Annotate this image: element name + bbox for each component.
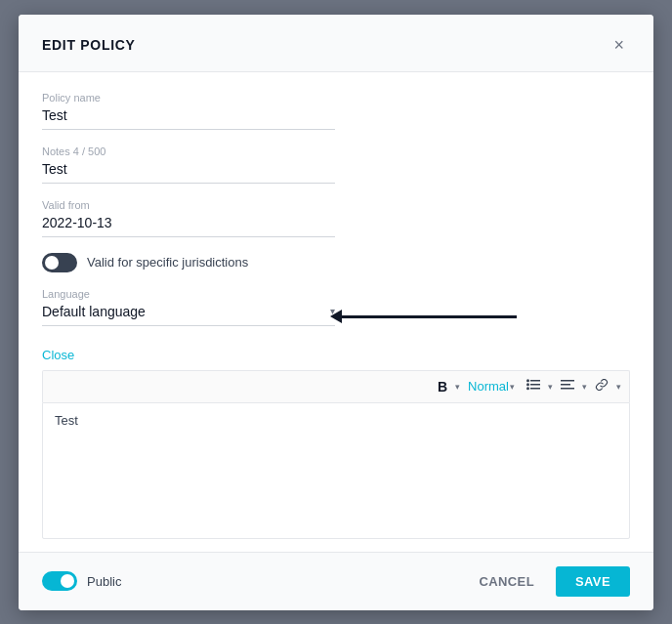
svg-point-3: [526, 379, 529, 382]
public-label: Public: [87, 574, 121, 589]
link-icon: [595, 379, 609, 391]
align-icon: [561, 379, 574, 391]
language-row: Default language ▾: [42, 304, 630, 330]
editor-content: Test: [55, 413, 78, 428]
link-chevron-icon: ▾: [616, 382, 621, 392]
public-toggle-row: Public: [42, 571, 121, 591]
list-chevron-icon: ▾: [548, 382, 553, 392]
jurisdiction-label: Valid for specific jurisdictions: [87, 255, 248, 270]
svg-point-5: [526, 387, 529, 390]
language-select[interactable]: Default language ▾: [42, 304, 335, 326]
normal-style-label: Normal: [468, 379, 509, 394]
bold-button[interactable]: B: [434, 377, 451, 396]
editor-toolbar: B ▾ Normal ▾ ▾: [42, 370, 630, 402]
close-button[interactable]: ×: [608, 34, 630, 56]
modal-title: EDIT POLICY: [42, 37, 136, 53]
language-label: Language: [42, 288, 630, 300]
notes-field: Notes 4 / 500 Test: [42, 146, 630, 184]
svg-rect-1: [530, 384, 540, 386]
language-field: Language Default language ▾: [42, 288, 630, 330]
svg-rect-6: [561, 380, 574, 382]
close-link[interactable]: Close: [42, 348, 74, 362]
public-toggle[interactable]: [42, 571, 77, 591]
jurisdiction-toggle[interactable]: [42, 253, 77, 272]
valid-from-label: Valid from: [42, 199, 630, 211]
text-style-dropdown[interactable]: Normal ▾: [464, 377, 519, 395]
policy-name-label: Policy name: [42, 92, 630, 104]
save-button[interactable]: SAVE: [556, 566, 630, 597]
list-button[interactable]: [523, 377, 544, 395]
modal-header: EDIT POLICY ×: [19, 15, 653, 72]
svg-point-4: [526, 383, 529, 386]
arrow-line: [341, 315, 517, 318]
modal-footer: Public CANCEL SAVE: [19, 552, 653, 610]
jurisdiction-toggle-row: Valid for specific jurisdictions: [42, 253, 630, 272]
svg-rect-2: [530, 388, 540, 390]
modal-overlay: EDIT POLICY × Policy name Test Notes 4 /…: [0, 0, 672, 624]
policy-name-value[interactable]: Test: [42, 107, 335, 130]
valid-from-field: Valid from 2022-10-13: [42, 199, 630, 237]
language-select-inner[interactable]: Default language ▾: [42, 304, 335, 326]
svg-rect-8: [561, 388, 574, 390]
align-button[interactable]: [557, 377, 578, 395]
footer-actions: CANCEL SAVE: [467, 566, 630, 597]
link-button[interactable]: [591, 377, 612, 395]
list-icon: [526, 379, 540, 391]
valid-from-value[interactable]: 2022-10-13: [42, 215, 335, 237]
svg-rect-0: [530, 380, 540, 382]
editor-area[interactable]: Test: [42, 402, 630, 539]
cancel-button[interactable]: CANCEL: [467, 566, 546, 597]
modal-body: Policy name Test Notes 4 / 500 Test Vali…: [19, 72, 653, 552]
bold-chevron-icon: ▾: [455, 382, 460, 392]
style-chevron-icon: ▾: [510, 382, 515, 392]
arrow-indicator: [330, 310, 517, 323]
align-chevron-icon: ▾: [582, 382, 587, 392]
policy-name-field: Policy name Test: [42, 92, 630, 130]
edit-policy-modal: EDIT POLICY × Policy name Test Notes 4 /…: [19, 15, 653, 610]
language-value: Default language: [42, 304, 146, 319]
svg-rect-7: [561, 384, 570, 386]
notes-value[interactable]: Test: [42, 161, 335, 184]
notes-label: Notes 4 / 500: [42, 146, 630, 157]
